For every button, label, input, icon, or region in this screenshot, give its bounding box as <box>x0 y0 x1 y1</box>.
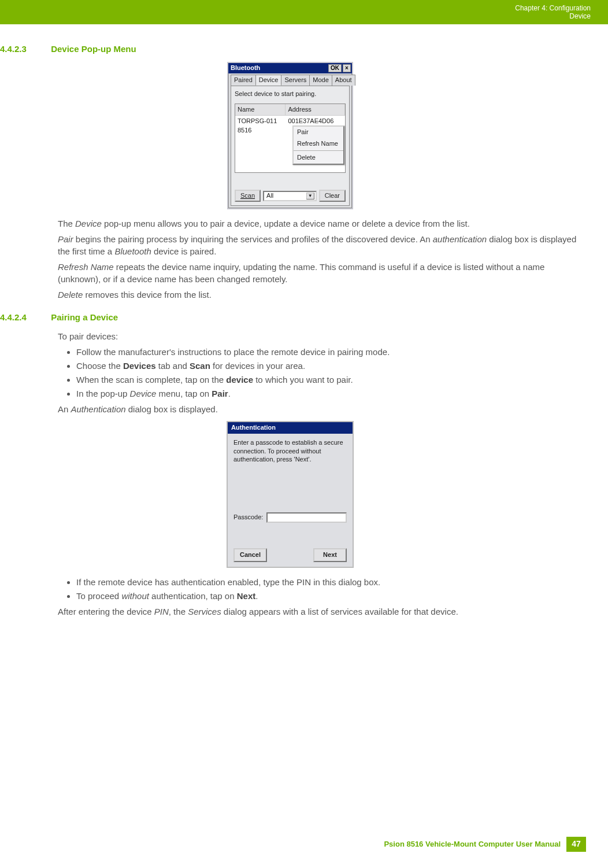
bt-window-title: Bluetooth <box>231 64 260 72</box>
close-icon[interactable]: × <box>343 64 351 72</box>
list-item: When the scan is complete, tap on the de… <box>76 374 580 386</box>
header-sub: Device <box>515 12 591 20</box>
bluetooth-dialog-figure: Bluetooth OK × Paired Device Servers Mod… <box>0 62 580 209</box>
tab-mode[interactable]: Mode <box>309 75 332 86</box>
bt-row-name: TORPSG-011 8516 <box>235 116 286 136</box>
para: Refresh Name repeats the device name inq… <box>58 261 580 285</box>
bt-filter-dropdown[interactable]: All ▼ <box>263 191 317 201</box>
auth-next-button[interactable]: Next <box>313 548 347 562</box>
bt-ok-button[interactable]: OK <box>328 64 342 72</box>
list-item: In the pop-up Device menu, tap on Pair. <box>76 387 580 400</box>
section-number-2: 4.4.2.4 <box>0 311 49 323</box>
bt-clear-button[interactable]: Clear <box>319 190 346 202</box>
tab-about[interactable]: About <box>332 75 355 86</box>
auth-cancel-button[interactable]: Cancel <box>233 548 267 562</box>
section-title-2: Pairing a Device <box>51 312 118 322</box>
page-header: Chapter 4: Configuration Device <box>0 0 608 24</box>
para: An Authentication dialog box is displaye… <box>58 403 580 415</box>
passcode-label: Passcode: <box>233 513 263 522</box>
footer-manual-title: Psion 8516 Vehicle-Mount Computer User M… <box>384 839 561 849</box>
tab-servers[interactable]: Servers <box>281 75 310 86</box>
passcode-input[interactable] <box>266 512 347 523</box>
para: After entering the device PIN, the Servi… <box>58 605 580 618</box>
menu-refresh-name[interactable]: Refresh Name <box>294 138 343 149</box>
para: Delete removes this device from the list… <box>58 289 580 301</box>
para: The Device pop-up menu allows you to pai… <box>58 217 580 230</box>
bt-tabs: Paired Device Servers Mode About <box>228 73 352 86</box>
bt-subtitle: Select device to start pairing. <box>235 90 346 98</box>
bt-col-address[interactable]: Address <box>286 104 345 115</box>
list-item: To proceed without authentication, tap o… <box>76 590 580 602</box>
section-title-1: Device Pop-up Menu <box>51 44 136 54</box>
list-item: Choose the Devices tab and Scan for devi… <box>76 360 580 372</box>
list-item: Follow the manufacturer's instructions t… <box>76 346 580 358</box>
bt-titlebar: Bluetooth OK × <box>228 63 352 73</box>
tab-device[interactable]: Device <box>255 75 282 86</box>
bt-dropdown-value: All <box>266 191 273 200</box>
para: Pair begins the pairing process by inqui… <box>58 233 580 257</box>
page-number: 47 <box>566 837 586 852</box>
authentication-dialog-figure: Authentication Enter a passcode to estab… <box>0 421 580 567</box>
header-chapter: Chapter 4: Configuration <box>515 4 591 12</box>
bt-scan-button[interactable]: Scan <box>235 190 261 202</box>
para: To pair devices: <box>58 330 580 342</box>
chevron-down-icon: ▼ <box>306 193 314 200</box>
auth-titlebar: Authentication <box>228 422 353 433</box>
bt-context-menu: Pair Refresh Name Delete <box>292 125 344 164</box>
bt-col-name[interactable]: Name <box>235 104 286 115</box>
menu-pair[interactable]: Pair <box>294 127 343 138</box>
menu-delete[interactable]: Delete <box>294 150 343 163</box>
tab-paired[interactable]: Paired <box>231 75 256 86</box>
list-item: If the remote device has authentication … <box>76 576 580 588</box>
auth-message: Enter a passcode to establish a secure c… <box>233 438 347 464</box>
page-footer: Psion 8516 Vehicle-Mount Computer User M… <box>384 837 586 852</box>
section-number-1: 4.4.2.3 <box>0 43 49 55</box>
